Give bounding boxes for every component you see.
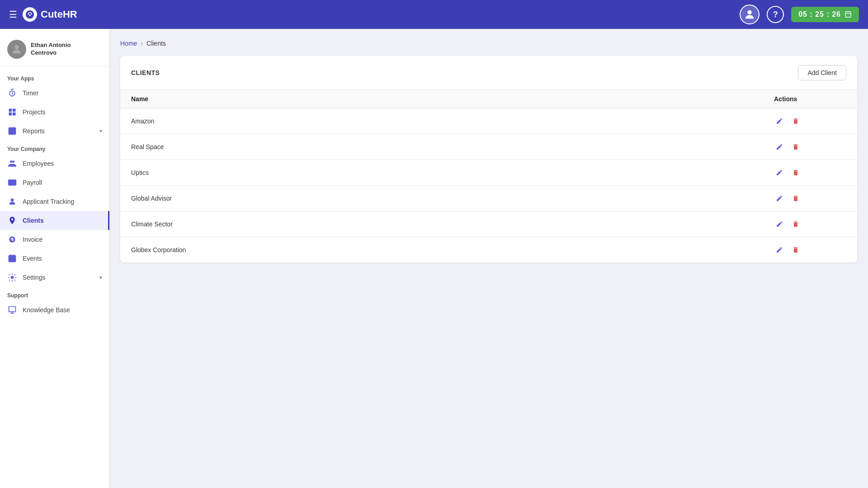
actions-cell [774, 193, 846, 204]
sidebar-settings-label: Settings [23, 274, 46, 281]
sidebar-item-clients[interactable]: Clients [0, 211, 109, 230]
sidebar-events-label: Events [23, 255, 42, 262]
svg-rect-13 [9, 180, 16, 185]
sidebar-applicant-tracking-label: Applicant Tracking [23, 198, 74, 205]
employees-icon [7, 159, 17, 169]
reports-chevron: ▾ [99, 128, 102, 134]
app-header: ☰ CuteHR ? 05 : 25 : 26 [0, 0, 868, 29]
svg-rect-14 [10, 183, 11, 184]
svg-rect-3 [845, 12, 851, 17]
actions-cell [774, 244, 846, 255]
svg-point-12 [12, 160, 14, 163]
client-name: Climate Sector [131, 221, 774, 228]
sidebar-item-applicant-tracking[interactable]: Applicant Tracking [0, 192, 109, 211]
sidebar-item-events[interactable]: Events [0, 249, 109, 268]
sidebar-item-timer[interactable]: Timer [0, 84, 109, 103]
svg-rect-18 [9, 255, 16, 262]
delete-client-button[interactable] [790, 244, 801, 255]
breadcrumb-current: Clients [146, 40, 166, 47]
main-content: Home › Clients CLIENTS Add Client Name A… [109, 29, 868, 488]
delete-client-button[interactable] [790, 193, 801, 204]
sidebar-item-projects[interactable]: Projects [0, 103, 109, 122]
delete-client-button[interactable] [790, 116, 801, 127]
table-row: Amazon [120, 108, 857, 134]
settings-icon [7, 272, 17, 282]
sidebar-clients-label: Clients [23, 217, 44, 224]
projects-icon [7, 107, 17, 117]
edit-client-button[interactable] [774, 167, 785, 178]
logo-icon [23, 7, 37, 22]
edit-client-button[interactable] [774, 141, 785, 152]
sidebar-item-employees[interactable]: Employees [0, 154, 109, 173]
sidebar-knowledge-base-label: Knowledge Base [23, 306, 70, 314]
svg-point-15 [11, 198, 14, 202]
client-name: Globex Corporation [131, 246, 774, 253]
col-actions-label: Actions [774, 95, 846, 103]
settings-chevron: ▾ [99, 274, 102, 281]
svg-rect-6 [9, 109, 12, 112]
help-button[interactable]: ? [767, 6, 784, 23]
svg-rect-7 [13, 109, 16, 112]
svg-rect-8 [9, 113, 12, 116]
actions-cell [774, 219, 846, 230]
client-name: Amazon [131, 117, 774, 125]
breadcrumb-home[interactable]: Home [120, 40, 137, 47]
table-row: Climate Sector [120, 211, 857, 237]
sidebar-projects-label: Projects [23, 108, 46, 116]
svg-point-2 [748, 10, 752, 14]
table-row: Globex Corporation [120, 237, 857, 263]
sidebar-timer-label: Timer [23, 89, 38, 97]
delete-client-button[interactable] [790, 167, 801, 178]
svg-rect-20 [9, 307, 16, 312]
payroll-icon [7, 178, 17, 188]
support-label: Support [0, 287, 109, 300]
add-client-button[interactable]: Add Client [798, 65, 846, 80]
sidebar: Ethan AntonioCentrovo Your Apps Timer Pr… [0, 29, 109, 488]
delete-client-button[interactable] [790, 219, 801, 230]
sidebar-employees-label: Employees [23, 160, 54, 167]
header-left: ☰ CuteHR [9, 7, 77, 22]
client-name: Global Advisor [131, 195, 774, 202]
table-row: Real Space [120, 134, 857, 160]
sidebar-payroll-label: Payroll [23, 179, 42, 186]
reports-icon [7, 126, 17, 136]
app-layout: Ethan AntonioCentrovo Your Apps Timer Pr… [0, 29, 868, 488]
breadcrumb: Home › Clients [120, 40, 857, 47]
breadcrumb-separator: › [141, 40, 143, 47]
sidebar-item-settings[interactable]: Settings ▾ [0, 268, 109, 287]
sidebar-item-reports[interactable]: Reports ▾ [0, 122, 109, 141]
clients-table: Amazon Real Space Uptics [120, 108, 857, 263]
edit-client-button[interactable] [774, 244, 785, 255]
sidebar-item-payroll[interactable]: Payroll [0, 173, 109, 192]
logo-area: CuteHR [23, 7, 77, 22]
sidebar-item-knowledge-base[interactable]: Knowledge Base [0, 300, 109, 319]
table-row: Global Advisor [120, 186, 857, 211]
timer-display: 05 : 25 : 26 [798, 10, 841, 19]
applicant-tracking-icon [7, 197, 17, 206]
edit-client-button[interactable] [774, 193, 785, 204]
table-header: Name Actions [120, 90, 857, 108]
client-name: Uptics [131, 169, 774, 176]
actions-cell [774, 116, 846, 127]
invoice-icon: $ [7, 235, 17, 244]
user-avatar-header[interactable] [740, 5, 760, 24]
client-name: Real Space [131, 143, 774, 150]
actions-cell [774, 167, 846, 178]
svg-rect-9 [13, 113, 16, 116]
sidebar-reports-label: Reports [23, 127, 45, 135]
clients-card: CLIENTS Add Client Name Actions Amazon R… [120, 56, 857, 263]
timer-button[interactable]: 05 : 25 : 26 [791, 7, 859, 22]
header-right: ? 05 : 25 : 26 [740, 5, 859, 24]
edit-client-button[interactable] [774, 219, 785, 230]
edit-client-button[interactable] [774, 116, 785, 127]
knowledge-base-icon [7, 305, 17, 315]
delete-client-button[interactable] [790, 141, 801, 152]
svg-point-19 [11, 277, 14, 279]
col-name-label: Name [131, 95, 774, 103]
svg-point-1 [29, 14, 31, 16]
hamburger-icon[interactable]: ☰ [9, 9, 17, 20]
sidebar-item-invoice[interactable]: $ Invoice [0, 230, 109, 249]
svg-point-4 [14, 45, 19, 49]
your-apps-label: Your Apps [0, 70, 109, 84]
clients-icon [7, 216, 17, 225]
